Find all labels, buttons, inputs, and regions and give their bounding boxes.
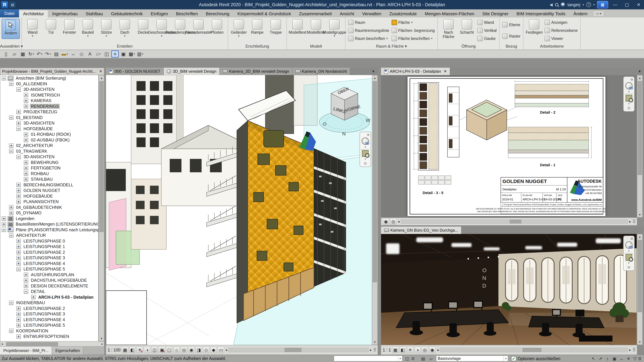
tree-item-legenden[interactable]: +Legenden [0,216,98,222]
treppe-button[interactable]: Treppe [267,19,285,37]
fassadenraster-button[interactable]: Fassadenraster [190,19,208,37]
fläche-button[interactable]: Fläche▾ [392,19,435,26]
section-button[interactable]: ◫ [103,50,110,57]
close-button[interactable]: ✕ [634,0,643,9]
username[interactable]: tangerj [567,2,580,7]
schacht-button[interactable]: Schacht [458,19,476,37]
tree-toggle-icon[interactable]: + [16,261,21,266]
tree-toggle-icon[interactable]: + [24,160,28,165]
temporary-hide-isolate-icon[interactable]: ◎ [390,218,396,225]
tree-toggle-icon[interactable]: + [16,318,21,322]
group-label-erschliessung[interactable]: Erschließung [228,44,286,49]
dach-button[interactable]: Dach ▾ [116,19,134,37]
synchronize-button[interactable]: ↻▾ [28,50,35,57]
print-button[interactable]: ▤ [53,50,60,57]
tree-toggle-icon[interactable]: + [9,211,14,215]
zoom-caret-icon[interactable]: ▾ [364,158,366,161]
tree-vertical-scrollbar[interactable]: ▴▾ [98,75,104,341]
tree-item-leistungsphase-5[interactable]: −LEISTUNGSPHASE 5 [0,266,98,272]
festlegen-button[interactable]: Festlegen [525,19,543,37]
tree-toggle-icon[interactable]: + [2,222,6,226]
wheel-caret-icon[interactable]: ▾ [364,145,366,148]
tree-toggle-icon[interactable]: + [24,177,28,182]
tag-by-category-button[interactable]: ◇ [78,50,85,57]
display-style-icon[interactable]: ▦ [392,347,399,353]
scroll-left-icon[interactable]: ◂ [226,348,227,352]
fläche-beschriften-button[interactable]: Fläche beschriften▾ [392,35,435,42]
text-button[interactable]: A [86,50,94,57]
viewer-button[interactable]: Viewer [544,35,578,42]
stütze-button[interactable]: Stütze ▾ [97,19,116,37]
tree-horizontal-scrollbar[interactable]: ◂▸ [0,341,104,347]
tree-toggle-icon[interactable]: − [9,233,14,238]
bauteil-button[interactable]: Bauteil ▾ [79,19,97,37]
dock-tab-projektbrowser-bim-pr[interactable]: Projektbrowser - BIM_Pr... [0,347,52,355]
ribbon-tab-beschriften[interactable]: Beschriften [172,10,202,17]
select-links-icon[interactable]: ↖ [590,356,596,362]
shadows-icon[interactable]: ◑ [144,347,150,353]
view-tab-3d-bim-veredelt-design[interactable]: 3D_BIM veredelt Design [164,68,220,75]
sheet-horizontal-scrollbar[interactable] [401,220,628,224]
scroll-right-icon[interactable]: ▸ [370,348,372,352]
tree-item-3d-ansichten[interactable]: +3D-ANSICHTEN [0,120,98,126]
wheel-caret-icon[interactable]: ▾ [628,90,630,93]
aligned-dimension-button[interactable]: ↔ [70,50,77,57]
design-option-dropdown[interactable]: Basisvorlage▾ [436,356,508,362]
tree-item-leistungsphase-2[interactable]: +LEISTUNGSPHASE 2 [0,306,98,311]
steering-wheel-icon[interactable]: 2D [625,241,632,249]
tree-item-berechnungsmodell[interactable]: +BERECHNUNGSMODELL [0,182,98,188]
navbar-close-icon[interactable]: ⊗ [630,237,633,241]
tree-item-3d-ansichten[interactable]: −3D-ANSICHTEN [0,87,98,92]
tree-toggle-icon[interactable]: − [9,329,14,333]
temporary-hide-isolate-icon[interactable]: ◎ [422,347,428,353]
tree-toggle-icon[interactable]: − [16,126,21,131]
visual-style-icon[interactable]: ◧ [400,347,406,353]
save-button[interactable]: ▦ [19,50,26,57]
tree-item-01-bestand[interactable]: −01_BESTAND [0,115,98,120]
tree-item-leistungsphase-2[interactable]: +LEISTUNGSPHASE 2 [0,250,98,255]
group-label-erstellen[interactable]: Erstellen [22,44,228,49]
tree-toggle-icon[interactable]: + [24,171,28,176]
navbar-menu-icon[interactable]: ⊖ [628,265,630,270]
background-processes-icon[interactable]: ✳ [626,356,632,362]
nach-fläche-button[interactable]: Nach Fläche [440,19,458,42]
tree-item-kameras[interactable]: +KAMERAS [0,98,98,104]
tree-item-leistungsphase-0[interactable]: +LEISTUNGSPHASE 0 [0,238,98,244]
tree-toggle-icon[interactable]: − [16,87,21,92]
ribbon-tab-mengen-massen-flächen[interactable]: Mengen-Massen-Flächen [421,10,478,17]
tree-item-ausführungsplan[interactable]: +AUSFÜHRUNGSPLAN [0,272,98,278]
tree-toggle-icon[interactable]: + [16,110,21,114]
sheet-viewport[interactable]: Detail - 2 Detail - 1 Detail - [381,75,636,218]
zoom-caret-icon[interactable]: ▾ [628,261,630,265]
navbar-menu-icon[interactable]: ⊖ [628,106,630,110]
wand-button[interactable]: Wand [477,19,496,26]
tree-item-leistungsphase-3[interactable]: +LEISTUNGSPHASE 3 [0,311,98,317]
default-3d-view-button[interactable]: ⌂▾ [94,50,102,57]
undo-button[interactable]: ↶▾ [36,50,43,57]
thin-lines-button[interactable]: ≡ [111,50,119,57]
temporary-hide-isolate-icon[interactable]: ◎ [181,347,187,353]
ribbon-tab-verwalten[interactable]: Verwalten [358,10,386,17]
raumtrennungslinie-button[interactable]: Raumtrennungslinie [348,27,389,34]
active-workset-dropdown[interactable]: ▾ [334,356,402,362]
exclude-options-checkbox[interactable]: ✓ [511,356,516,361]
pfosten-button[interactable]: Pfosten [208,19,226,37]
zoom-icon[interactable] [626,254,632,261]
group-label-modell[interactable]: Modell [287,44,345,49]
tree-item-planansichten[interactable]: +PLANANSICHTEN [0,199,98,205]
tree-toggle-icon[interactable]: + [16,245,21,249]
tree-item-detail[interactable]: −DETAIL [0,289,98,295]
tree-item-fertigbeton[interactable]: +FERTIGBETON [0,165,98,171]
close-inactive-windows-button[interactable]: ▣ [120,50,127,57]
visual-style-icon[interactable]: ◧ [129,347,136,353]
tree-item-02-architektur[interactable]: +02_ARCHITEKTUR [0,143,98,148]
ribbon-tab-ansicht[interactable]: Ansicht [336,10,358,17]
tree-item-ansichten-bim-sortierung[interactable]: −Ansichten (BIM Sortierung) [0,75,98,81]
tree-item-renderings[interactable]: +RENDERINGS [0,104,98,109]
tab-kamera-gn-buero[interactable]: Kamera_GN Büro EG_Von Durchga... [381,227,462,234]
fassadensystem-button[interactable]: Fassadensystem [171,19,189,37]
view-tab-kamera-gn-nordansicht[interactable]: Kamera_GN Nordansicht [292,68,350,75]
group-label-oeffnung[interactable]: Öffnung [438,44,499,49]
flächen-begrenzung-button[interactable]: Flächen- begrenzung [392,27,435,34]
modelltext-button[interactable]: Modelltext [288,19,306,37]
